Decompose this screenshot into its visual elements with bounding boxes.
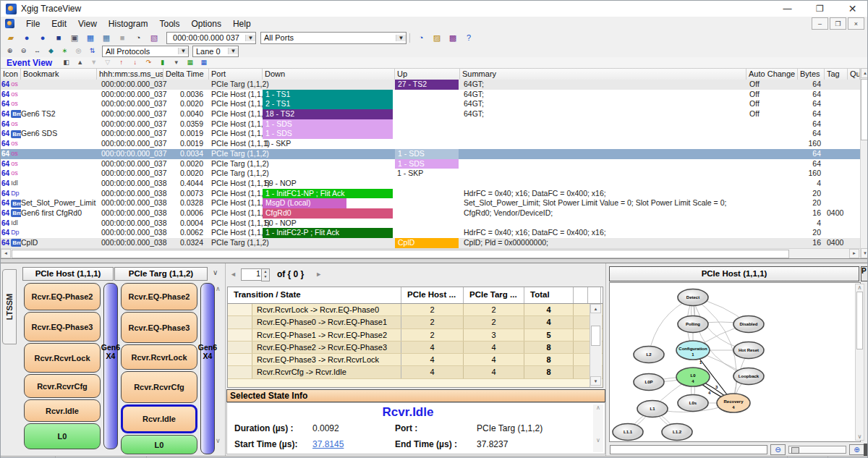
ltssm-tab[interactable]: LTSSM xyxy=(2,269,17,344)
column-header-tag[interactable]: Tag xyxy=(825,69,848,80)
protocols-combo-arrow[interactable]: ▼ xyxy=(178,48,188,54)
decode-green-icon[interactable]: ▦ xyxy=(184,58,196,68)
scroll-up-icon[interactable]: ▲ xyxy=(861,68,868,78)
transition-row[interactable]: Rcvr.EQ-Phase0 -> Rcvr.EQ-Phase1224 xyxy=(228,316,603,328)
ltssm-state-rcvr-eq-phase2[interactable]: Rcvr.EQ-Phase2 xyxy=(121,283,197,310)
menu-edit[interactable]: Edit xyxy=(46,18,72,30)
diagram-node-hotreset[interactable]: Hot Reset xyxy=(733,342,764,359)
menu-tools[interactable]: Tools xyxy=(154,18,186,30)
table-row[interactable]: 64os000:00:00.000_0370.0359PCIe Host (1,… xyxy=(1,119,860,130)
close-button[interactable]: ✕ xyxy=(836,1,868,17)
diagram-node-l0s[interactable]: L0s xyxy=(678,395,708,412)
hscroll-thumb[interactable] xyxy=(12,250,789,258)
tag-icon[interactable]: ◆ xyxy=(45,46,57,56)
time-combo-arrow[interactable]: ▼ xyxy=(245,35,255,41)
tape-save-icon[interactable]: ● xyxy=(35,32,50,44)
ltssm-state-rcvr-rcvrcfg[interactable]: Rcvr.RcvrCfg xyxy=(24,374,101,398)
column-header-up[interactable]: Up xyxy=(395,69,460,80)
transition-row[interactable]: Rcvr.RcvrCfg -> Rcvr.Idle448 xyxy=(228,366,603,378)
ltssm-state-diagram[interactable]: DetectPollingDisabledConfiguration1Hot R… xyxy=(609,282,861,442)
scroll-down-icon[interactable]: ▼ xyxy=(861,248,868,258)
transition-row[interactable]: Rcvr.RcvrLock -> Rcvr.EQ-Phase0224 xyxy=(228,304,603,316)
menu-histogram[interactable]: Histogram xyxy=(103,18,154,30)
time-info-icon[interactable]: ◔ xyxy=(414,32,428,44)
ltssm-state-rcvr-idle[interactable]: Rcvr.Idle xyxy=(121,404,197,433)
menu-file[interactable]: File xyxy=(20,18,46,30)
lane-combo-arrow[interactable]: ▼ xyxy=(228,48,238,54)
column-header-bookmark[interactable]: Bookmark xyxy=(21,69,97,80)
ports-combo-arrow[interactable]: ▼ xyxy=(396,35,406,41)
mdi-close-button[interactable]: × xyxy=(848,17,864,30)
column-header-down[interactable]: Down xyxy=(263,69,395,80)
diagram-node-l1[interactable]: L1 xyxy=(637,401,668,417)
zoom-out-icon[interactable]: ⊖ xyxy=(17,46,30,56)
table-row[interactable]: 64os000:00:00.000_037PCIe Targ (1,1,2)27… xyxy=(1,80,860,90)
table-row[interactable]: 64BmGen6 SDS000:00:00.000_0370.0019PCIe … xyxy=(1,129,860,139)
ltssm-state-l0[interactable]: L0 xyxy=(121,435,197,454)
tape-load-icon[interactable]: ● xyxy=(20,32,34,44)
jump-down-icon[interactable]: ↓ xyxy=(129,58,141,68)
restore-button[interactable]: ❐ xyxy=(804,1,836,17)
table-row[interactable]: 64BmGen6 first CfgRd0000:00:00.000_0380.… xyxy=(1,208,860,219)
start-time-link[interactable]: 37.8145 xyxy=(312,439,344,449)
prev-event-icon[interactable]: ▲ xyxy=(74,58,86,68)
table-row[interactable]: 64os000:00:00.000_0370.0036PCIe Host (1,… xyxy=(1,90,860,100)
table-row[interactable]: 64BmSet_Slot_Power_Limit000:00:00.000_03… xyxy=(1,198,860,208)
scroll-right-icon[interactable]: ► xyxy=(849,249,859,258)
diagram-node-configuration[interactable]: Configuration1 xyxy=(676,341,710,360)
column-header-port[interactable]: Port xyxy=(209,69,263,80)
asterisk-icon[interactable]: ∗ xyxy=(59,46,71,56)
ltssm-targ-header[interactable]: PCIe Targ (1,1,2) xyxy=(114,267,208,281)
table-row[interactable]: 64os000:00:00.000_0370.0034PCIe Targ (1,… xyxy=(1,149,860,159)
collapsed-panel-edge[interactable] xyxy=(864,444,868,456)
ltssm-state-rcvr-eq-phase3[interactable]: Rcvr.EQ-Phase3 xyxy=(24,312,101,342)
chart-icon[interactable]: ▧ xyxy=(147,32,161,44)
panel-splitter[interactable] xyxy=(1,258,868,263)
expert-icon[interactable]: ▨ xyxy=(430,32,444,44)
menu-options[interactable]: Options xyxy=(186,18,227,30)
ltssm-scroll-up-icon[interactable]: ∧ xyxy=(216,285,221,292)
table-row[interactable]: 64BmGen6 TS2000:00:00.000_0370.0040PCIe … xyxy=(1,109,860,119)
transition-scroll-thumb[interactable] xyxy=(591,326,600,346)
minimize-button[interactable]: — xyxy=(771,1,804,17)
ltssm-dropdown-icon[interactable]: ∨ xyxy=(213,268,218,276)
column-header-auto-change[interactable]: Auto Change xyxy=(746,69,798,80)
event-table-vscrollbar[interactable]: ▲ ▼ xyxy=(860,68,868,258)
diagram-node-recovery[interactable]: Recovery4 xyxy=(717,394,750,412)
event-table-hscrollbar[interactable]: ◄ ► xyxy=(1,248,860,258)
diagram-scroll-down-icon[interactable]: ∨ xyxy=(856,433,864,440)
diagram-node-polling[interactable]: Polling xyxy=(678,316,708,333)
ltssm-state-rcvr-rcvrlock[interactable]: Rcvr.RcvrLock xyxy=(24,343,101,373)
export-icon[interactable]: ▣ xyxy=(67,32,82,44)
ltssm-state-rcvr-rcvrlock[interactable]: Rcvr.RcvrLock xyxy=(121,344,197,370)
column-header-delta-time[interactable]: Delta Time xyxy=(163,69,209,80)
lane-combo[interactable]: Lane 0 ▼ xyxy=(192,46,239,57)
zoom-in-icon[interactable]: ⊕ xyxy=(4,46,16,56)
ltssm-host-header[interactable]: PCIe Host (1,1,1) xyxy=(22,267,114,281)
clock-icon[interactable]: ◔ xyxy=(131,32,145,44)
search-binoculars-icon[interactable]: ◎ xyxy=(72,46,85,56)
ltssm-state-l0[interactable]: L0 xyxy=(24,423,101,449)
selected-state-scrollbar[interactable]: ∧∨ xyxy=(593,404,603,452)
mdi-restore-button[interactable]: ❐ xyxy=(830,17,846,30)
table-row[interactable]: 64os000:00:00.000_0370.0020PCIe Targ (1,… xyxy=(1,169,860,179)
menu-help[interactable]: Help xyxy=(227,18,257,30)
zoom-in-icon[interactable]: ⊕ xyxy=(849,444,864,455)
diagram-node-l0[interactable]: L04 xyxy=(676,368,710,386)
ltssm-state-rcvr-idle[interactable]: Rcvr.Idle xyxy=(24,399,101,422)
diagram-node-l0p[interactable]: L0P xyxy=(634,374,664,391)
diagram-node-l1.1[interactable]: L1.1 xyxy=(613,424,643,441)
ltssm-state-rcvr-eq-phase2[interactable]: Rcvr.EQ-Phase2 xyxy=(24,283,101,310)
transition-row[interactable]: Rcvr.EQ-Phase1 -> Rcvr.EQ-Phase2235 xyxy=(228,329,603,342)
ports-combo[interactable]: All Ports ▼ xyxy=(260,32,407,44)
page-input[interactable]: 1 ▲▼ xyxy=(241,268,263,281)
analyzer-icon[interactable]: ▩ xyxy=(446,32,460,44)
decode-blue-icon[interactable]: ▦ xyxy=(197,58,210,68)
time-combo[interactable]: 000:00:00.000 037 ▼ xyxy=(166,32,256,44)
table-row[interactable]: 64Dp000:00:00.000_0380.0073PCIe Host (1,… xyxy=(1,189,860,199)
diagram-node-l2[interactable]: L2 xyxy=(634,347,664,363)
ltssm-scroll-down-icon[interactable]: ∨ xyxy=(216,437,221,444)
ltssm-state-rcvr-rcvrcfg[interactable]: Rcvr.RcvrCfg xyxy=(121,371,197,403)
select-zoom-icon[interactable]: ◧ xyxy=(60,58,72,68)
traffic-light-icon[interactable]: ▮ xyxy=(156,58,169,68)
